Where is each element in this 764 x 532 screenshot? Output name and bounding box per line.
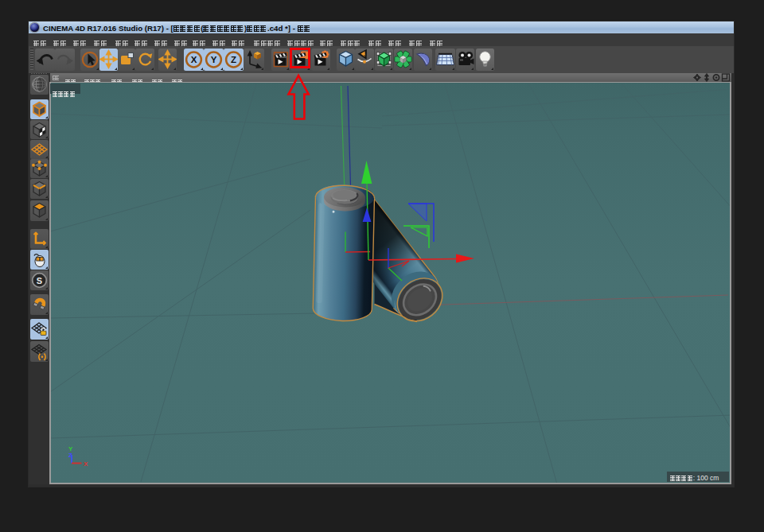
- svg-text:Z: Z: [231, 55, 236, 64]
- svg-text:Y: Y: [211, 55, 217, 64]
- svg-text:X: X: [84, 460, 88, 468]
- svg-text:S: S: [36, 276, 41, 285]
- svg-text:X: X: [191, 55, 197, 64]
